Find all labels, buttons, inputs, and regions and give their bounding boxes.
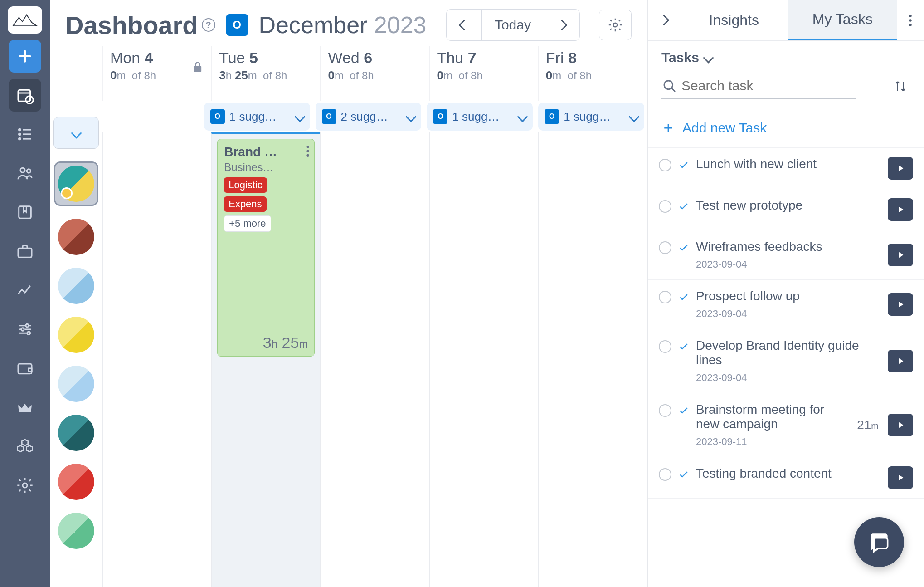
day-header-wed[interactable]: Wed 6 0m of 8h bbox=[320, 46, 429, 101]
task-row[interactable]: Brainstorm meeting for new campaign 2023… bbox=[648, 393, 924, 457]
day-header-tue[interactable]: Tue 5 3h 25m of 8h bbox=[211, 46, 320, 101]
sidebar-cubes-button[interactable] bbox=[9, 430, 41, 463]
sidebar-list-button[interactable] bbox=[9, 118, 41, 151]
task-row[interactable]: Wireframes feedbacks 2023-09-04 bbox=[648, 230, 924, 280]
suggestion-fri[interactable]: O1 sugg… bbox=[538, 103, 644, 131]
task-date: 2023-09-04 bbox=[696, 372, 881, 384]
tab-insights[interactable]: Insights bbox=[680, 0, 788, 40]
sidebar-wallet-button[interactable] bbox=[9, 352, 41, 385]
task-play-button[interactable] bbox=[888, 350, 913, 372]
task-row[interactable]: Test new prototype bbox=[648, 189, 924, 230]
task-checkbox[interactable] bbox=[659, 241, 671, 254]
sidebar-bookmark-button[interactable] bbox=[9, 196, 41, 229]
tab-my-tasks[interactable]: My Tasks bbox=[788, 0, 897, 40]
lock-icon bbox=[191, 61, 204, 73]
settings-button[interactable] bbox=[599, 10, 632, 40]
sidebar-sliders-button[interactable] bbox=[9, 313, 41, 346]
day-header-fri[interactable]: Fri 8 0m of 8h bbox=[538, 46, 647, 101]
avatar-selected[interactable] bbox=[54, 161, 98, 206]
outlook-icon[interactable]: O bbox=[226, 14, 248, 36]
sidebar-calendar-button[interactable] bbox=[9, 79, 41, 112]
task-checkbox[interactable] bbox=[659, 200, 671, 213]
week-view: Mon 4 0m of 8h Tue 5 3h 25m of 8h Wed 6 … bbox=[50, 46, 647, 587]
calendar-col-wed[interactable] bbox=[320, 132, 429, 587]
task-checkbox[interactable] bbox=[659, 291, 671, 303]
task-play-button[interactable] bbox=[888, 157, 913, 180]
svg-point-4 bbox=[19, 138, 20, 139]
sort-button[interactable] bbox=[890, 76, 910, 96]
task-title: Develop Brand Identity guide lines bbox=[696, 338, 881, 367]
task-title: Brainstorm meeting for new campaign bbox=[696, 402, 851, 431]
help-icon[interactable]: ? bbox=[202, 18, 215, 32]
task-play-button[interactable] bbox=[888, 244, 913, 266]
event-card[interactable]: Brand … Busines… Logistic Expens +5 more… bbox=[217, 139, 315, 357]
prev-button[interactable] bbox=[447, 10, 482, 40]
task-row[interactable]: Testing branded content bbox=[648, 457, 924, 499]
team-swatch[interactable] bbox=[58, 415, 94, 451]
today-button[interactable]: Today bbox=[482, 10, 544, 40]
task-play-button[interactable] bbox=[888, 414, 913, 436]
team-swatch[interactable] bbox=[58, 513, 94, 549]
chat-fab[interactable] bbox=[854, 517, 904, 567]
plus-icon bbox=[661, 121, 675, 135]
main: Dashboard ? O December 2023 Today bbox=[50, 0, 647, 587]
filter-label: Tasks bbox=[661, 50, 699, 65]
suggestion-wed[interactable]: O2 sugg… bbox=[316, 103, 422, 131]
team-swatch[interactable] bbox=[58, 317, 94, 353]
task-checkbox[interactable] bbox=[659, 340, 671, 353]
suggestion-thu[interactable]: O1 sugg… bbox=[427, 103, 533, 131]
add-task-button[interactable]: Add new Task bbox=[648, 108, 924, 148]
team-swatch[interactable] bbox=[58, 268, 94, 304]
task-date: 2023-09-11 bbox=[696, 436, 851, 448]
sidebar-crown-button[interactable] bbox=[9, 391, 41, 424]
svg-rect-8 bbox=[18, 248, 32, 257]
team-swatch[interactable] bbox=[58, 464, 94, 500]
calendar-col-fri[interactable] bbox=[538, 132, 647, 587]
logo-mountain-icon bbox=[11, 11, 39, 29]
task-row[interactable]: Develop Brand Identity guide lines 2023-… bbox=[648, 329, 924, 393]
event-menu-icon[interactable] bbox=[306, 145, 310, 159]
task-checkbox[interactable] bbox=[659, 159, 671, 171]
day-header-mon[interactable]: Mon 4 0m of 8h bbox=[102, 46, 211, 101]
event-subtitle: Busines… bbox=[224, 161, 308, 174]
filter-row[interactable]: Tasks bbox=[648, 41, 924, 69]
suggestion-tue[interactable]: O1 sugg… bbox=[204, 103, 310, 131]
svg-point-9 bbox=[26, 324, 29, 327]
task-play-button[interactable] bbox=[888, 466, 913, 489]
panel-more-button[interactable] bbox=[897, 0, 924, 40]
sidebar-add-button[interactable] bbox=[9, 40, 41, 73]
svg-point-15 bbox=[307, 146, 309, 148]
svg-point-6 bbox=[27, 169, 30, 173]
day-header-thu[interactable]: Thu 7 0m of 8h bbox=[429, 46, 538, 101]
calendar-col-thu[interactable] bbox=[429, 132, 538, 587]
avatar-collapse-button[interactable] bbox=[53, 117, 99, 149]
sidebar-team-button[interactable] bbox=[9, 157, 41, 190]
event-tag[interactable]: Logistic bbox=[224, 177, 267, 193]
task-title: Testing branded content bbox=[696, 466, 881, 481]
app-logo[interactable] bbox=[8, 6, 42, 34]
sidebar-chart-button[interactable] bbox=[9, 274, 41, 307]
calendar-col-tue[interactable]: Brand … Busines… Logistic Expens +5 more… bbox=[211, 132, 320, 587]
calendar-col-mon[interactable] bbox=[102, 132, 211, 587]
task-checkbox[interactable] bbox=[659, 404, 671, 417]
sidebar-briefcase-button[interactable] bbox=[9, 235, 41, 268]
task-row[interactable]: Prospect follow up 2023-09-04 bbox=[648, 280, 924, 329]
search-row bbox=[648, 69, 924, 108]
check-icon bbox=[678, 241, 690, 253]
svg-point-14 bbox=[613, 23, 618, 27]
panel-collapse-button[interactable] bbox=[648, 0, 680, 40]
event-tag[interactable]: Expens bbox=[224, 196, 266, 212]
team-swatch[interactable] bbox=[58, 366, 94, 402]
check-icon bbox=[678, 200, 690, 212]
svg-point-13 bbox=[23, 483, 27, 488]
next-button[interactable] bbox=[544, 10, 579, 40]
search-input[interactable] bbox=[661, 73, 856, 99]
sidebar-settings-button[interactable] bbox=[9, 469, 41, 502]
task-play-button[interactable] bbox=[888, 198, 913, 221]
event-more-tags[interactable]: +5 more bbox=[224, 215, 271, 232]
task-row[interactable]: Lunch with new client bbox=[648, 148, 924, 189]
team-swatch[interactable] bbox=[58, 219, 94, 255]
chevron-down-icon bbox=[703, 52, 714, 63]
task-play-button[interactable] bbox=[888, 293, 913, 316]
task-checkbox[interactable] bbox=[659, 468, 671, 481]
